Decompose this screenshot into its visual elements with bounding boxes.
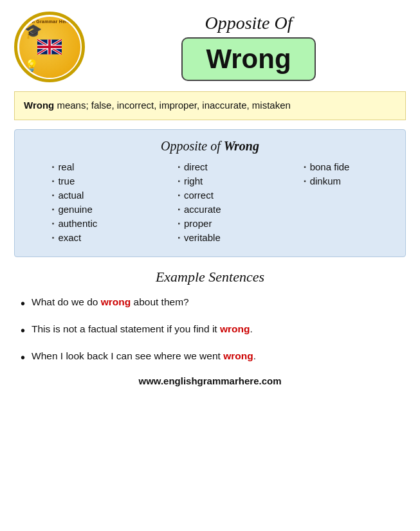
list-item: right: [178, 176, 242, 186]
header: English Grammar Here.Com 🎓 💡 Opposite Of…: [14, 12, 406, 82]
lightbulb-icon: 💡: [24, 59, 39, 73]
title-area: Opposite Of Wrong: [85, 13, 406, 81]
main-word: Wrong: [206, 44, 291, 74]
list-item: veritable: [178, 232, 242, 243]
highlight-word: wrong: [101, 296, 131, 307]
example-item-2: • This is not a factual statement if you…: [21, 321, 399, 339]
word-column-3: bona fide dinkum: [304, 161, 368, 190]
example-text-1: What do we do wrong about them?: [32, 294, 189, 310]
highlight-word: wrong: [220, 323, 250, 334]
list-item: dinkum: [304, 176, 368, 186]
opposites-container: Opposite of Wrong real true actual genui…: [14, 129, 406, 257]
list-item: genuine: [52, 204, 116, 215]
list-item: correct: [178, 190, 242, 201]
footer-url: www.englishgrammarhere.com: [138, 375, 281, 386]
list-item: real: [52, 161, 116, 172]
definition-box: Wrong means; false, incorrect, improper,…: [14, 91, 406, 120]
list-item: proper: [178, 218, 242, 229]
footer: www.englishgrammarhere.com: [14, 375, 406, 386]
list-item: direct: [178, 161, 242, 172]
graduation-cap-icon: 🎓: [24, 23, 42, 40]
bullet-icon: •: [21, 321, 25, 339]
logo: English Grammar Here.Com 🎓 💡: [14, 12, 85, 82]
list-item: authentic: [52, 218, 116, 229]
word-column-2: direct right correct accurate proper ver…: [178, 161, 242, 246]
example-text-3: When I look back I can see where we went…: [32, 348, 256, 364]
word-column-1: real true actual genuine authentic exact: [52, 161, 116, 246]
bullet-icon: •: [21, 294, 25, 312]
definition-bold-word: Wrong: [24, 100, 54, 111]
list-item: bona fide: [304, 161, 368, 172]
word-columns: real true actual genuine authentic exact…: [21, 161, 399, 246]
list-item: true: [52, 176, 116, 186]
highlight-word: wrong: [223, 350, 253, 361]
examples-title: Example Sentences: [21, 269, 399, 285]
opposite-of-label: Opposite Of: [205, 13, 292, 33]
uk-flag-icon: [37, 39, 62, 55]
example-item-3: • When I look back I can see where we we…: [21, 348, 399, 366]
bullet-icon: •: [21, 348, 25, 366]
definition-text: means; false, incorrect, improper, inacc…: [54, 100, 291, 111]
list-item: exact: [52, 232, 116, 243]
examples-section: Example Sentences • What do we do wrong …: [14, 269, 406, 366]
opposites-title: Opposite of Wrong: [21, 139, 399, 154]
main-word-box: Wrong: [181, 37, 315, 81]
list-item: accurate: [178, 204, 242, 215]
example-text-2: This is not a factual statement if you f…: [32, 321, 253, 337]
example-item-1: • What do we do wrong about them?: [21, 294, 399, 312]
list-item: actual: [52, 190, 116, 201]
